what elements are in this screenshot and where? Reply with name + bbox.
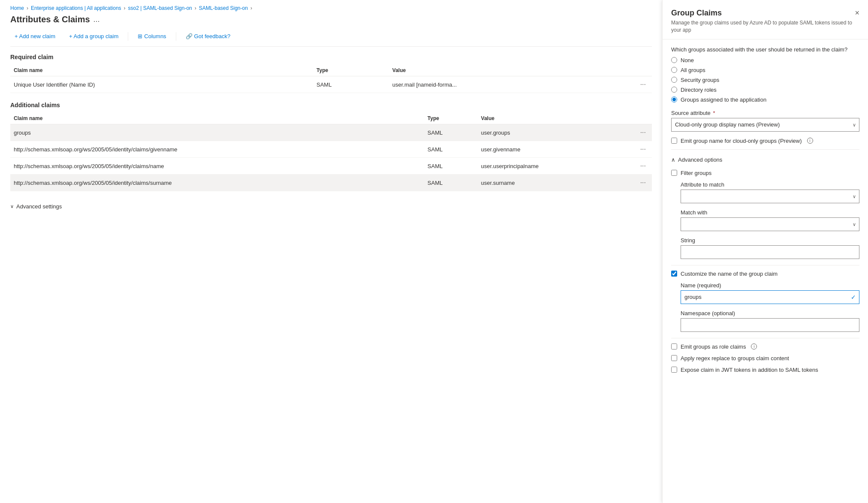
attribute-to-match-select[interactable] [681,190,859,203]
claim-type-cell: SAML [424,141,478,158]
chevron-up-icon: ∧ [671,157,675,163]
string-input[interactable] [681,245,859,259]
breadcrumb-sso2[interactable]: sso2 | SAML-based Sign-on [128,5,192,11]
breadcrumb: Home › Enterprise applications | All app… [10,0,652,15]
row-more-options[interactable]: ··· [638,145,648,154]
additional-claims-title: Additional claims [10,102,652,108]
panel-title: Group Claims [671,9,859,18]
radio-label-security_groups[interactable]: Security groups [681,77,719,83]
claim-name-cell: Unique User Identifier (Name ID) [10,76,313,93]
claim-value-cell: user.mail [nameid-forma... [389,76,634,93]
radio-groups_assigned[interactable] [671,96,677,102]
name-required-input[interactable] [681,290,859,304]
namespace-optional-input[interactable] [681,318,859,332]
col-value-2: Value [478,113,634,124]
divider-3 [671,338,859,338]
expose-jwt-label[interactable]: Expose claim in JWT tokens in addition t… [681,367,818,373]
table-row: http://schemas.xmlsoap.org/ws/2005/05/id… [10,141,652,158]
apply-regex-checkbox-item: Apply regex replace to groups claim cont… [671,355,859,361]
claim-name-cell: http://schemas.xmlsoap.org/ws/2005/05/id… [10,158,424,175]
page-title-more-options[interactable]: ... [93,15,100,24]
required-claim-title: Required claim [10,54,652,60]
filter-groups-checkbox-item: Filter groups [671,170,859,176]
namespace-optional-label: Namespace (optional) [681,310,859,316]
radio-security_groups[interactable] [671,77,677,83]
match-with-select[interactable] [681,217,859,231]
claim-name-cell: http://schemas.xmlsoap.org/ws/2005/05/id… [10,175,424,191]
col-claim-name: Claim name [10,65,313,76]
radio-label-none[interactable]: None [681,57,694,63]
add-group-claim-button[interactable]: + Add a group claim [65,31,121,41]
string-label: String [681,237,859,244]
breadcrumb-saml-sign-on[interactable]: SAML-based Sign-on [199,5,248,11]
breadcrumb-enterprise-apps[interactable]: Enterprise applications | All applicatio… [31,5,121,11]
claim-value-cell: user.givenname [478,141,634,158]
apply-regex-label[interactable]: Apply regex replace to groups claim cont… [681,355,789,361]
col-type: Type [313,65,389,76]
customize-name-checkbox-item: Customize the name of the group claim [671,271,859,277]
row-more-options[interactable]: ··· [638,80,648,89]
toolbar-divider-2 [176,32,176,41]
table-row: http://schemas.xmlsoap.org/ws/2005/05/id… [10,158,652,175]
page-title: Attributes & Claims [10,15,90,24]
radio-label-groups_assigned[interactable]: Groups assigned to the application [681,96,766,103]
claim-name-cell: groups [10,124,424,141]
panel-subtitle: Manage the group claims used by Azure AD… [671,19,859,34]
col-claim-name-2: Claim name [10,113,424,124]
advanced-options-toggle[interactable]: ∧ Advanced options [671,155,859,165]
toolbar-divider [128,32,128,41]
radio-directory_roles[interactable] [671,87,677,93]
radio-label-directory_roles[interactable]: Directory roles [681,87,717,93]
radio-item-groups_assigned: Groups assigned to the application [671,96,859,103]
radio-item-none: None [671,57,859,63]
advanced-settings-toggle[interactable]: ∨ Advanced settings [10,200,652,213]
advanced-options-label: Advanced options [678,157,722,163]
which-groups-label: Which groups associated with the user sh… [671,46,859,53]
panel-close-button[interactable]: × [853,7,861,19]
customize-name-label[interactable]: Customize the name of the group claim [681,271,778,277]
claim-value-cell: user.userprincipalname [478,158,634,175]
radio-group-which-groups: None All groups Security groups Director… [671,57,859,103]
additional-claims-table: Claim name Type Value groups SAML user.g… [10,113,652,191]
claim-type-cell: SAML [424,124,478,141]
filter-groups-checkbox[interactable] [671,170,677,176]
radio-none[interactable] [671,57,677,63]
chevron-down-icon: ∨ [10,204,14,209]
source-attribute-label: Source attribute * [671,110,859,116]
emit-group-name-checkbox[interactable] [671,138,677,144]
expose-jwt-checkbox-item: Expose claim in JWT tokens in addition t… [671,367,859,373]
claim-type-cell: SAML [424,175,478,191]
apply-regex-checkbox[interactable] [671,355,677,361]
required-claims-table: Claim name Type Value Unique User Identi… [10,65,652,93]
claim-value-cell: user.surname [478,175,634,191]
feedback-button[interactable]: 🔗 Got feedback? [183,31,233,41]
radio-item-security_groups: Security groups [671,77,859,83]
emit-as-role-label[interactable]: Emit groups as role claims [681,343,746,350]
row-more-options[interactable]: ··· [638,178,648,187]
emit-as-role-checkbox-item: Emit groups as role claims i [671,343,859,350]
claim-type-cell: SAML [313,76,389,93]
claim-type-cell: SAML [424,158,478,175]
add-new-claim-button[interactable]: + Add new claim [10,31,58,41]
columns-icon: ⊞ [138,33,142,39]
emit-as-role-checkbox[interactable] [671,343,677,349]
row-more-options[interactable]: ··· [638,161,648,171]
name-required-label: Name (required) [681,282,859,289]
filter-groups-label[interactable]: Filter groups [681,170,711,176]
table-row: groups SAML user.groups ··· [10,124,652,141]
col-type-2: Type [424,113,478,124]
divider [671,149,859,150]
customize-name-checkbox[interactable] [671,271,677,277]
radio-all_groups[interactable] [671,67,677,73]
columns-button[interactable]: ⊞ Columns [135,31,169,41]
col-value: Value [389,65,634,76]
emit-group-name-checkbox-item: Emit group name for cloud-only groups (P… [671,138,859,144]
emit-group-name-label[interactable]: Emit group name for cloud-only groups (P… [681,138,802,144]
row-more-options[interactable]: ··· [638,128,648,137]
radio-item-all_groups: All groups [671,67,859,73]
source-attribute-select[interactable]: Cloud-only group display names (Preview)… [671,118,859,132]
expose-jwt-checkbox[interactable] [671,367,677,373]
radio-label-all_groups[interactable]: All groups [681,67,705,73]
breadcrumb-home[interactable]: Home [10,5,24,11]
claim-value-cell: user.groups [478,124,634,141]
